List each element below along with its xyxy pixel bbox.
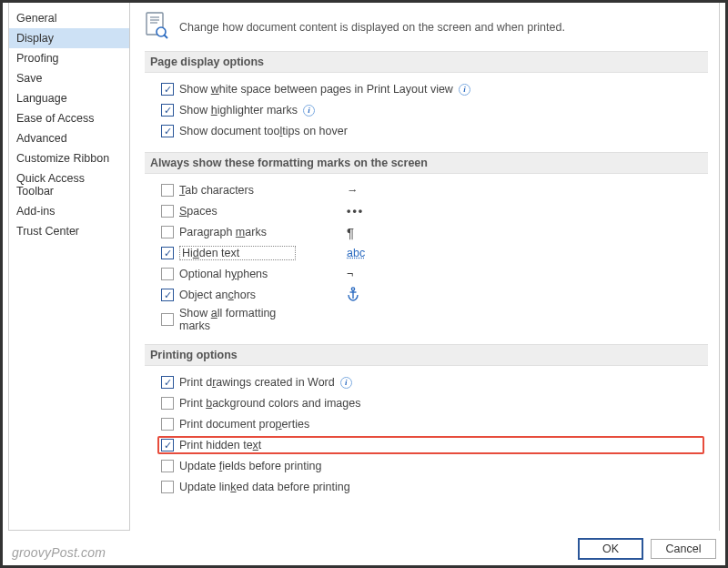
sidebar-item-trust-center[interactable]: Trust Center [9, 221, 129, 241]
symbol-hidden: abc [347, 247, 370, 259]
label-object-anchors: Object anchors [179, 289, 296, 301]
info-icon[interactable]: i [340, 377, 352, 389]
sidebar-item-proofing[interactable]: Proofing [9, 48, 129, 68]
checkbox-print-properties[interactable] [161, 418, 174, 431]
checkbox-show-highlighter[interactable] [161, 104, 174, 117]
label-print-hidden-text: Print hidden text [179, 439, 261, 451]
sidebar-item-quick-access-toolbar[interactable]: Quick Access Toolbar [9, 168, 129, 201]
label-tab-characters: Tab characters [179, 184, 296, 197]
label-optional-hyphens: Optional hyphens [179, 268, 296, 280]
label-print-background: Print background colors and images [179, 397, 360, 410]
label-print-drawings: Print drawings created in Word [179, 376, 335, 389]
section-header-formatting-marks: Always show these formatting marks on th… [145, 152, 708, 174]
checkbox-update-linked[interactable] [161, 481, 174, 493]
sidebar-item-language[interactable]: Language [9, 88, 129, 108]
section-header-page-display: Page display options [145, 51, 708, 73]
sidebar-item-customize-ribbon[interactable]: Customize Ribbon [9, 148, 129, 168]
checkbox-print-background[interactable] [161, 397, 174, 410]
checkbox-paragraph-marks[interactable] [161, 226, 174, 238]
symbol-tab: → [347, 184, 370, 197]
info-icon[interactable]: i [459, 84, 470, 96]
label-update-fields: Update fields before printing [179, 460, 321, 472]
checkbox-optional-hyphens[interactable] [161, 268, 174, 280]
symbol-spaces: ••• [347, 205, 370, 218]
display-hero-icon [145, 12, 168, 42]
options-category-list: General Display Proofing Save Language E… [8, 3, 130, 531]
watermark: groovyPost.com [12, 545, 106, 560]
sidebar-item-ease-of-access[interactable]: Ease of Access [9, 108, 129, 128]
symbol-hyphen: ¬ [347, 268, 370, 280]
label-paragraph-marks: Paragraph marks [179, 226, 296, 238]
label-update-linked: Update linked data before printing [179, 481, 350, 493]
ok-button[interactable]: OK [578, 538, 643, 560]
checkbox-hidden-text[interactable] [161, 247, 174, 259]
label-show-whitespace: Show white space between pages in Print … [179, 83, 453, 96]
cancel-button[interactable]: Cancel [651, 539, 716, 559]
label-show-tooltips: Show document tooltips on hover [179, 125, 348, 137]
label-spaces: Spaces [179, 205, 296, 218]
symbol-anchor [347, 287, 370, 304]
info-icon[interactable]: i [303, 105, 315, 117]
symbol-paragraph: ¶ [347, 225, 370, 240]
label-show-highlighter: Show highlighter marks [179, 104, 298, 117]
display-hero-text: Change how document content is displayed… [179, 21, 565, 34]
sidebar-item-advanced[interactable]: Advanced [9, 128, 129, 148]
sidebar-item-general[interactable]: General [9, 8, 129, 28]
checkbox-show-all-marks[interactable] [161, 313, 174, 326]
checkbox-update-fields[interactable] [161, 460, 174, 472]
checkbox-object-anchors[interactable] [161, 289, 174, 301]
checkbox-print-hidden-text[interactable] [161, 439, 174, 451]
dialog-footer: OK Cancel [8, 531, 720, 565]
label-hidden-text: Hidden text [179, 246, 296, 260]
sidebar-item-save[interactable]: Save [9, 68, 129, 88]
checkbox-show-tooltips[interactable] [161, 125, 174, 137]
svg-line-5 [165, 36, 168, 39]
checkbox-show-whitespace[interactable] [161, 83, 174, 96]
options-content: Change how document content is displayed… [130, 3, 720, 531]
svg-point-6 [351, 287, 354, 289]
label-show-all-marks: Show all formatting marks [179, 307, 296, 332]
label-print-properties: Print document properties [179, 418, 309, 431]
sidebar-item-add-ins[interactable]: Add-ins [9, 201, 129, 221]
section-header-printing: Printing options [145, 344, 708, 366]
checkbox-spaces[interactable] [161, 205, 174, 218]
sidebar-item-display[interactable]: Display [9, 28, 129, 48]
checkbox-print-drawings[interactable] [161, 376, 174, 389]
checkbox-tab-characters[interactable] [161, 184, 174, 197]
